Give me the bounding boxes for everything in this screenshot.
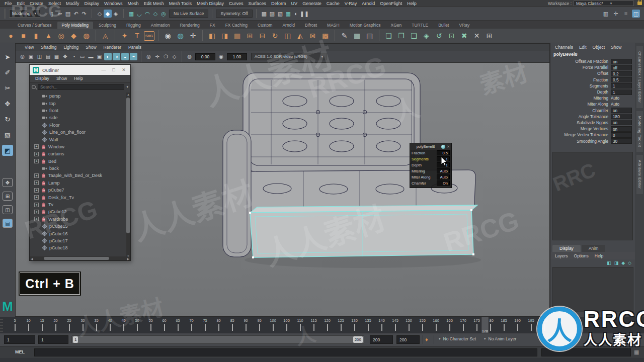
- expand-icon[interactable]: +: [34, 188, 39, 193]
- menu-v-ray[interactable]: V-Ray: [342, 1, 360, 6]
- move-tool-icon[interactable]: ✥: [2, 98, 13, 109]
- outliner-item-bed[interactable]: +Bed: [30, 158, 130, 165]
- outliner-item-pcube17[interactable]: pCube17: [30, 237, 130, 244]
- outliner-item-top[interactable]: top: [30, 100, 130, 107]
- playback-end-field[interactable]: 200: [370, 335, 393, 344]
- outliner-window[interactable]: M Outliner — □ ✕ DisplayShowHelp ▾ persp…: [29, 64, 131, 261]
- menu-windows[interactable]: Windows: [102, 1, 125, 6]
- exposure-field[interactable]: 0.00: [195, 53, 215, 60]
- node-name[interactable]: polyBevel8: [550, 51, 635, 58]
- outliner-item-front[interactable]: front: [30, 107, 130, 114]
- outliner-titlebar[interactable]: M Outliner — □ ✕: [30, 65, 130, 75]
- save-scene-icon[interactable]: ▤: [64, 10, 72, 18]
- shaded-icon[interactable]: ▬: [87, 53, 95, 60]
- shelf-tab-motion-graphics[interactable]: Motion Graphics: [345, 22, 385, 29]
- channel-attr-smoothing-angle[interactable]: Smoothing Angle30: [550, 138, 635, 144]
- channel-attr-value[interactable]: Auto: [611, 96, 632, 101]
- chevron-down-icon[interactable]: ▾: [126, 85, 128, 89]
- outliner-item-window[interactable]: +Window: [30, 143, 130, 150]
- channel-attr-offset-as-fraction[interactable]: Offset As Fractionon: [550, 58, 635, 64]
- outliner-menu-show[interactable]: Show: [54, 76, 69, 81]
- channel-attr-value[interactable]: on: [611, 108, 632, 113]
- expand-icon[interactable]: +: [34, 217, 39, 221]
- hud-attr-mitering[interactable]: MiteringAuto: [410, 168, 451, 174]
- svg-tool-icon[interactable]: SVG: [144, 31, 154, 41]
- channel-attr-chamfer[interactable]: Chamferon: [550, 108, 635, 114]
- bridge-icon[interactable]: ↻: [269, 30, 281, 42]
- select-object-icon[interactable]: ◆: [104, 10, 112, 18]
- help-line-icon[interactable]: ▦: [634, 349, 639, 355]
- range-end-handle[interactable]: 200: [353, 336, 363, 343]
- colorspace-dropdown[interactable]: ACES 1.0 SDR-video (sRGB)▾: [251, 53, 327, 60]
- ipr-render-icon[interactable]: ▨: [268, 10, 276, 18]
- anim-layer-dropdown[interactable]: ▾ No Anim Layer: [484, 336, 516, 341]
- triangulate-icon[interactable]: ✕: [471, 30, 482, 42]
- channel-box-menu-channels[interactable]: Channels: [552, 45, 576, 50]
- hud-titlebar[interactable]: polyBevel8 ✕: [410, 143, 451, 150]
- expand-icon[interactable]: +: [34, 180, 39, 185]
- move-layer-icon[interactable]: ◇: [628, 260, 631, 265]
- viewport-panel[interactable]: ViewShadingLightingShowRendererPanels ◎▣…: [15, 43, 550, 317]
- outliner-item-pcube12[interactable]: +pCube12: [30, 208, 130, 215]
- channel-attr-value[interactable]: 180: [611, 114, 632, 119]
- panel-menu-lighting[interactable]: Lighting: [60, 45, 82, 50]
- hud-attr-value[interactable]: On: [437, 180, 450, 186]
- expand-icon[interactable]: +: [34, 173, 39, 178]
- search-input[interactable]: [38, 84, 124, 90]
- channel-attr-angle-tolerance[interactable]: Angle Tolerance180: [550, 114, 635, 120]
- side-tab-attribute-editor[interactable]: Attribute Editor: [636, 155, 643, 194]
- lock-icon[interactable]: [637, 2, 642, 5]
- hud-attr-fraction[interactable]: Fraction0.5: [410, 150, 451, 156]
- menu-display[interactable]: Display: [82, 1, 102, 6]
- channel-attr-miter-along[interactable]: Miter AlongAuto: [550, 101, 635, 107]
- channel-attr-value[interactable]: on: [611, 59, 632, 64]
- layer-menu-layers[interactable]: Layers: [552, 253, 571, 258]
- vertical-scrollbar[interactable]: ▲ ▼: [126, 93, 130, 256]
- menu-mesh-display[interactable]: Mesh Display: [194, 1, 226, 6]
- shadows-icon[interactable]: ◑: [113, 53, 120, 60]
- layer-tab-display[interactable]: Display: [552, 245, 581, 252]
- hud-attr-value[interactable]: Auto: [437, 174, 450, 179]
- empty-layer-icon[interactable]: ◆: [621, 260, 625, 265]
- outliner-menu-help[interactable]: Help: [71, 76, 85, 81]
- shelf-tab-fx-caching[interactable]: FX Caching: [221, 22, 252, 29]
- snap-grid-icon[interactable]: ▦: [127, 10, 135, 18]
- target-weld-icon[interactable]: ❏: [383, 30, 394, 42]
- pause-icon[interactable]: ❚❚: [300, 10, 308, 18]
- motion-blur-icon[interactable]: ◓: [130, 53, 137, 60]
- isolate-select-icon[interactable]: ◎: [145, 53, 152, 60]
- outliner-item-pcube15[interactable]: pCube15: [30, 223, 130, 230]
- set-key-icon[interactable]: ♦: [425, 336, 430, 343]
- channel-box-menu-edit[interactable]: Edit: [577, 45, 589, 50]
- new-scene-icon[interactable]: ▯: [48, 10, 56, 18]
- channel-attr-subdivide-ngons[interactable]: Subdivide Ngonson: [550, 120, 635, 126]
- outliner-item-wall[interactable]: Wall: [30, 136, 130, 143]
- panel-menu-renderer[interactable]: Renderer: [101, 45, 124, 50]
- outliner-item-back[interactable]: back: [30, 165, 130, 172]
- layer-list-area[interactable]: [552, 267, 633, 312]
- lock-camera-icon[interactable]: ▣: [27, 53, 35, 60]
- hud-attr-value[interactable]: 0.5: [437, 150, 450, 155]
- separate-icon[interactable]: ◨: [219, 30, 230, 42]
- menu-edit[interactable]: Edit: [15, 1, 28, 6]
- layer-menu-help[interactable]: Help: [592, 253, 606, 258]
- merge-center-icon[interactable]: ❑: [408, 30, 420, 42]
- bevel-icon[interactable]: ⊟: [257, 30, 268, 42]
- panel-menu-show[interactable]: Show: [83, 45, 99, 50]
- xray-icon[interactable]: ◍: [186, 53, 193, 60]
- menu-help[interactable]: Help: [405, 1, 419, 6]
- channel-attr-value[interactable]: 0: [611, 132, 632, 138]
- outliner-item-pcube18[interactable]: pCube18: [30, 244, 130, 251]
- oversampling-icon[interactable]: ◔: [70, 53, 77, 60]
- shelf-tab-turtle[interactable]: TURTLE: [407, 22, 433, 29]
- snap-plane-icon[interactable]: ◇: [151, 10, 159, 18]
- combine-icon[interactable]: ◧: [206, 30, 218, 42]
- flip-edge-icon[interactable]: ⊡: [446, 30, 457, 42]
- merge-vertices-icon[interactable]: ❐: [395, 30, 407, 42]
- shelf-tab-vray[interactable]: VRay: [454, 22, 474, 29]
- image-plane-icon[interactable]: ▦: [53, 53, 60, 60]
- channel-attr-value[interactable]: on: [611, 126, 632, 132]
- shelf-tab-sculpting[interactable]: Sculpting: [94, 22, 121, 29]
- wireframe-icon[interactable]: ▭: [78, 53, 86, 60]
- minimize-button[interactable]: —: [100, 67, 107, 72]
